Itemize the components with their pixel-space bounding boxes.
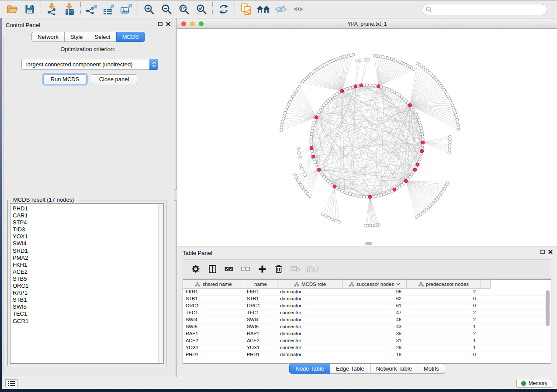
dominator-node[interactable] <box>317 168 321 172</box>
tab-network[interactable]: Network <box>31 32 65 42</box>
column-header-shared-name[interactable]: shared name <box>183 280 244 289</box>
dominator-node[interactable] <box>333 185 336 188</box>
zoom-out-icon[interactable] <box>158 1 175 17</box>
float-panel-icon[interactable] <box>540 250 545 254</box>
mcds-result-item[interactable]: GCR1 <box>13 318 163 325</box>
import-network-icon[interactable] <box>43 1 61 17</box>
dominator-node[interactable] <box>340 89 344 93</box>
column-header-predecessor-nodes[interactable]: predecessor nodes <box>407 280 481 289</box>
table-row[interactable]: STB1STB1dominator620 <box>183 296 551 303</box>
function-builder-icon: f(x) <box>304 261 320 277</box>
network-graph[interactable] <box>177 29 557 246</box>
zoom-in-icon[interactable] <box>140 1 158 17</box>
close-panel-button[interactable]: Close panel <box>91 74 137 84</box>
tab-edge-table[interactable]: Edge Table <box>330 364 370 374</box>
table-row[interactable]: SWI5SWI5connector431 <box>183 323 551 330</box>
mcds-result-item[interactable]: SWI4 <box>13 240 163 247</box>
mcds-result-item[interactable]: ACE2 <box>13 268 163 275</box>
dominator-node[interactable] <box>416 163 419 166</box>
dominator-node[interactable] <box>408 103 412 107</box>
table-row[interactable]: ACE2ACE2connector311 <box>183 337 551 344</box>
refresh-layout-icon[interactable] <box>215 1 232 17</box>
dominator-node[interactable] <box>354 85 357 88</box>
mcds-result-item[interactable]: ORC1 <box>13 282 163 289</box>
table-row[interactable]: TEC1TEC1connector472 <box>183 309 551 316</box>
open-file-icon[interactable] <box>3 1 21 17</box>
table-row[interactable]: FKH1FKH1dominator962 <box>183 289 551 296</box>
mcds-result-item[interactable]: STB5 <box>13 275 163 282</box>
table-row[interactable]: SWI4SWI4dominator462 <box>183 316 551 323</box>
gear-icon[interactable] <box>187 261 204 277</box>
show-all-icon[interactable] <box>290 1 307 17</box>
mcds-result-item[interactable]: CAR1 <box>13 212 163 219</box>
mcds-result-item[interactable]: YOX1 <box>13 233 163 240</box>
mcds-result-item[interactable]: TID3 <box>13 226 163 233</box>
mcds-result-item[interactable]: SWI5 <box>13 303 163 310</box>
table-scrollbar[interactable] <box>545 289 550 363</box>
mcds-result-item[interactable]: RAP1 <box>13 289 163 296</box>
hide-selected-icon[interactable] <box>272 1 290 17</box>
tab-network-table[interactable]: Network Table <box>370 364 418 374</box>
dominator-node[interactable] <box>310 146 313 150</box>
dominator-node[interactable] <box>413 168 417 172</box>
dominator-node[interactable] <box>360 84 363 87</box>
table-row[interactable]: YOX1YOX1connector291 <box>183 344 551 351</box>
dominator-node[interactable] <box>368 195 372 199</box>
close-panel-icon[interactable] <box>548 250 553 254</box>
tab-motifs[interactable]: Motifs <box>418 364 445 374</box>
table-row[interactable]: ORC1ORC1dominator610 <box>183 303 551 309</box>
first-neighbors-icon[interactable] <box>255 1 272 17</box>
run-mcds-button[interactable]: Run MCDS <box>43 74 86 84</box>
export-network-icon[interactable] <box>83 1 100 17</box>
close-panel-icon[interactable] <box>166 22 170 26</box>
tab-select[interactable]: Select <box>89 32 117 42</box>
tab-style[interactable]: Style <box>64 32 89 42</box>
duplicate-network-icon[interactable] <box>237 1 255 17</box>
tab-mcds[interactable]: MCDS <box>116 32 145 42</box>
panel-list-button[interactable] <box>5 379 17 387</box>
column-header-successor-nodes[interactable]: successor nodes <box>343 280 407 289</box>
criterion-dropdown[interactable]: largest connected component (undirected) <box>21 59 158 70</box>
tab-node-table[interactable]: Node Table <box>289 364 330 374</box>
zoom-selected-icon[interactable] <box>193 1 210 17</box>
dominator-node[interactable] <box>377 85 380 88</box>
mcds-result-item[interactable]: PHD1 <box>13 205 163 212</box>
network-window-titlebar[interactable]: YPA_prune.txt_1 <box>177 19 557 29</box>
select-all-icon[interactable] <box>221 261 237 277</box>
table-row[interactable]: RAP1RAP1dominator352 <box>183 330 551 337</box>
column-header-name[interactable]: name <box>244 280 277 289</box>
mcds-list-scrollbar[interactable] <box>158 204 163 363</box>
mcds-result-item[interactable]: STB1 <box>13 296 163 303</box>
dominator-node[interactable] <box>311 155 315 158</box>
network-hscroll-thumb[interactable] <box>365 242 372 245</box>
search-input[interactable] <box>432 7 543 13</box>
table-scrollbar-thumb[interactable] <box>546 290 550 326</box>
mcds-result-item[interactable]: PMA2 <box>13 254 163 261</box>
delete-column-icon[interactable] <box>270 261 287 277</box>
mcds-result-list[interactable]: PHD1CAR1STP4TID3YOX1SWI4SRD1PMA2FKH1ACE2… <box>10 203 164 364</box>
dominator-node[interactable] <box>404 179 408 183</box>
add-column-icon[interactable] <box>254 261 270 277</box>
mcds-result-item[interactable]: TEC1 <box>13 310 163 317</box>
dominator-node[interactable] <box>421 141 425 144</box>
export-image-icon[interactable] <box>118 1 135 17</box>
mcds-result-item[interactable]: FKH1 <box>13 261 163 268</box>
import-table-icon[interactable] <box>61 1 78 17</box>
deselect-all-icon[interactable] <box>237 261 254 277</box>
zoom-fit-icon[interactable] <box>175 1 193 17</box>
float-panel-icon[interactable] <box>158 22 163 26</box>
export-table-icon[interactable] <box>100 1 118 17</box>
memory-button[interactable]: Memory <box>516 379 552 388</box>
mcds-result-item[interactable]: SRD1 <box>13 248 163 254</box>
dominator-node[interactable] <box>393 188 396 191</box>
search-box[interactable] <box>422 4 547 15</box>
save-session-icon[interactable] <box>21 1 38 17</box>
network-view[interactable] <box>177 29 557 246</box>
column-header-MCDS-role[interactable]: MCDS role <box>277 280 343 289</box>
dominator-node[interactable] <box>420 149 424 153</box>
dominator-node[interactable] <box>315 116 318 119</box>
columns-icon[interactable] <box>204 261 221 277</box>
table-row[interactable]: PHD1PHD1dominator180 <box>183 351 551 358</box>
split-pane-handle[interactable] <box>174 189 177 201</box>
mcds-result-item[interactable]: STP4 <box>13 219 163 226</box>
